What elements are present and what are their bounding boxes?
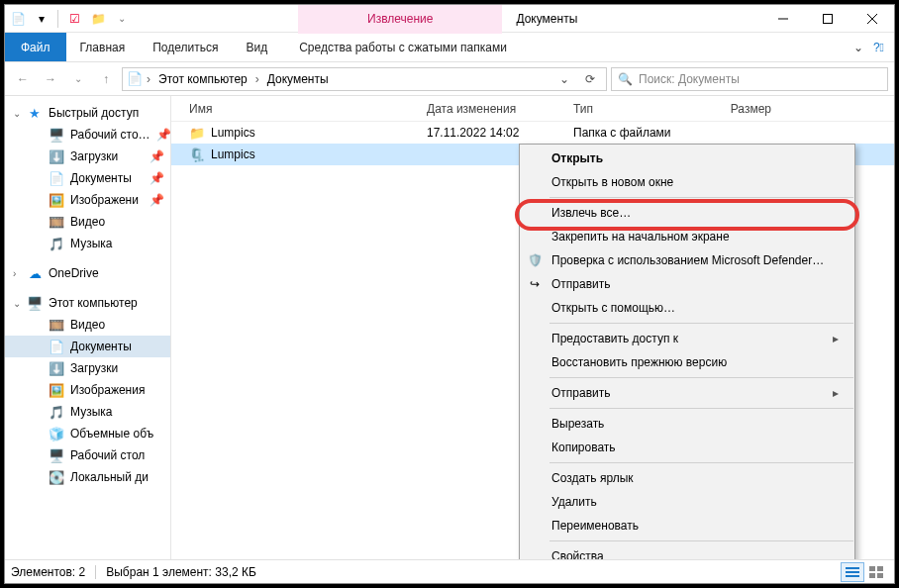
context-menu-item[interactable]: Переименовать bbox=[520, 514, 854, 538]
sidebar-item[interactable]: 🎞️Видео bbox=[5, 211, 170, 233]
submenu-arrow-icon: ▸ bbox=[833, 386, 839, 400]
up-button[interactable]: ↑ bbox=[94, 67, 118, 91]
file-row[interactable]: 📁Lumpics17.11.2022 14:02Папка с файлами bbox=[171, 122, 894, 144]
zip-icon: 🗜️ bbox=[189, 147, 205, 162]
tab-share[interactable]: Поделиться bbox=[139, 33, 232, 61]
sidebar-item-label: Видео bbox=[70, 318, 105, 332]
window-title: Документы bbox=[502, 5, 760, 32]
sidebar-item[interactable]: 🎵Музыка bbox=[5, 401, 170, 423]
sidebar-label: Быстрый доступ bbox=[49, 106, 139, 120]
menu-separator bbox=[549, 540, 853, 541]
pin-icon: 📌 bbox=[150, 149, 170, 163]
file-list: Имя Дата изменения Тип Размер 📁Lumpics17… bbox=[171, 96, 894, 559]
context-menu-item[interactable]: 🛡️Проверка с использованием Microsoft De… bbox=[520, 248, 854, 272]
sidebar-item[interactable]: 🧊Объемные объ bbox=[5, 423, 170, 444]
folder-icon: 📁 bbox=[189, 125, 205, 141]
context-menu-item[interactable]: Восстановить прежнюю версию bbox=[520, 350, 854, 374]
ribbon-expand-icon[interactable]: ⌄ bbox=[853, 41, 863, 54]
svg-rect-6 bbox=[846, 575, 859, 577]
select-all-icon[interactable]: ☑ bbox=[63, 8, 85, 30]
thumbnails-view-button[interactable] bbox=[864, 562, 888, 582]
new-folder-icon[interactable]: 📁 bbox=[87, 8, 109, 30]
sidebar-item[interactable]: 📄Документы📌 bbox=[5, 167, 170, 189]
context-menu-item[interactable]: Копировать bbox=[520, 436, 854, 459]
breadcrumb-documents[interactable]: Документы bbox=[263, 72, 333, 86]
qat-dropdown-icon[interactable]: ▾ bbox=[31, 8, 52, 30]
help-icon[interactable]: ?⃝ bbox=[873, 41, 884, 54]
minimize-button[interactable] bbox=[760, 5, 805, 33]
context-menu-item[interactable]: Открыть с помощью… bbox=[520, 296, 854, 320]
item-icon: 🎵 bbox=[49, 236, 64, 251]
sidebar-item[interactable]: 🖼️Изображения bbox=[5, 379, 170, 401]
column-name[interactable]: Имя bbox=[189, 102, 427, 116]
tab-home[interactable]: Главная bbox=[66, 33, 140, 61]
contextual-tab-group: Извлечение bbox=[298, 5, 502, 32]
chevron-right-icon[interactable]: › bbox=[253, 72, 261, 86]
context-menu-item[interactable]: Вырезать bbox=[520, 412, 854, 436]
details-view-button[interactable] bbox=[841, 562, 864, 582]
recent-dropdown-icon[interactable]: ⌄ bbox=[66, 67, 90, 91]
cloud-icon: ☁ bbox=[27, 265, 43, 281]
extract-tab-label: Извлечение bbox=[298, 5, 502, 34]
svg-rect-5 bbox=[846, 571, 859, 573]
menu-separator bbox=[549, 408, 853, 409]
chevron-right-icon[interactable]: › bbox=[145, 72, 152, 86]
sidebar-this-pc[interactable]: ⌄🖥️ Этот компьютер bbox=[5, 292, 170, 314]
context-menu-item[interactable]: Отправить▸ bbox=[520, 381, 854, 405]
context-menu-item[interactable]: Извлечь все… bbox=[520, 201, 854, 225]
refresh-icon[interactable]: ⟳ bbox=[578, 67, 602, 91]
file-menu[interactable]: Файл bbox=[5, 33, 66, 61]
sidebar-item-label: Документы bbox=[70, 340, 132, 353]
item-icon: 🎞️ bbox=[49, 317, 64, 333]
search-input[interactable]: 🔍 Поиск: Документы bbox=[611, 67, 888, 91]
close-button[interactable] bbox=[849, 5, 894, 33]
sidebar-item[interactable]: 🖥️Рабочий сто…📌 bbox=[5, 124, 170, 146]
sidebar-item[interactable]: ⬇️Загрузки bbox=[5, 357, 170, 379]
tab-view[interactable]: Вид bbox=[232, 33, 281, 61]
column-date[interactable]: Дата изменения bbox=[427, 102, 573, 116]
sidebar-item[interactable]: ⬇️Загрузки📌 bbox=[5, 146, 170, 167]
context-menu-item[interactable]: Удалить bbox=[520, 490, 854, 514]
back-button[interactable]: ← bbox=[11, 67, 35, 91]
item-icon: 🖥️ bbox=[49, 127, 64, 143]
forward-button[interactable]: → bbox=[39, 67, 62, 91]
sidebar-item-label: Объемные объ bbox=[70, 427, 153, 441]
ribbon: Файл Главная Поделиться Вид Средства раб… bbox=[5, 33, 894, 62]
sidebar-item[interactable]: 🖥️Рабочий стол bbox=[5, 444, 170, 466]
sidebar-onedrive[interactable]: ›☁ OneDrive bbox=[5, 262, 170, 284]
sidebar-quick-access[interactable]: ⌄★ Быстрый доступ bbox=[5, 102, 170, 124]
address-dropdown-icon[interactable]: ⌄ bbox=[552, 67, 576, 91]
menu-item-label: Открыть bbox=[551, 151, 603, 165]
properties-icon[interactable]: 📄 bbox=[7, 8, 29, 30]
maximize-button[interactable] bbox=[805, 5, 849, 33]
menu-item-icon: ↪ bbox=[526, 277, 544, 291]
menu-item-label: Предоставить доступ к bbox=[551, 332, 678, 345]
context-menu-item[interactable]: ↪Отправить bbox=[520, 272, 854, 296]
item-icon: ⬇️ bbox=[49, 148, 64, 164]
sidebar-item[interactable]: 🖼️Изображени📌 bbox=[5, 189, 170, 211]
context-menu-item[interactable]: Создать ярлык bbox=[520, 466, 854, 490]
qat-chevron-icon[interactable]: ⌄ bbox=[111, 8, 133, 30]
status-selection: Выбран 1 элемент: 33,2 КБ bbox=[106, 565, 256, 579]
context-menu-item[interactable]: Открыть в новом окне bbox=[520, 170, 854, 194]
context-menu-item[interactable]: Открыть bbox=[520, 147, 854, 170]
context-menu-item[interactable]: Закрепить на начальном экране bbox=[520, 225, 854, 248]
star-icon: ★ bbox=[27, 105, 43, 121]
address-bar[interactable]: 📄 › Этот компьютер › Документы ⌄ ⟳ bbox=[122, 67, 607, 91]
tab-compressed-tools[interactable]: Средства работы с сжатыми папками bbox=[281, 33, 525, 61]
sidebar-item[interactable]: 💽Локальный ди bbox=[5, 466, 170, 488]
breadcrumb-pc[interactable]: Этот компьютер bbox=[154, 72, 251, 86]
sidebar-item[interactable]: 🎵Музыка bbox=[5, 233, 170, 254]
column-type[interactable]: Тип bbox=[573, 102, 702, 116]
column-size[interactable]: Размер bbox=[702, 102, 781, 116]
sidebar-item-label: Изображени bbox=[70, 193, 139, 207]
sidebar-item[interactable]: 🎞️Видео bbox=[5, 314, 170, 336]
sidebar-item-label: Рабочий сто… bbox=[70, 128, 150, 142]
sidebar-item[interactable]: 📄Документы bbox=[5, 336, 170, 357]
item-icon: ⬇️ bbox=[49, 360, 64, 376]
status-item-count: Элементов: 2 bbox=[11, 565, 85, 579]
folder-icon: 📄 bbox=[127, 71, 143, 87]
menu-item-icon: 🛡️ bbox=[526, 253, 544, 267]
context-menu-item[interactable]: Предоставить доступ к▸ bbox=[520, 327, 854, 350]
svg-rect-9 bbox=[869, 573, 875, 578]
